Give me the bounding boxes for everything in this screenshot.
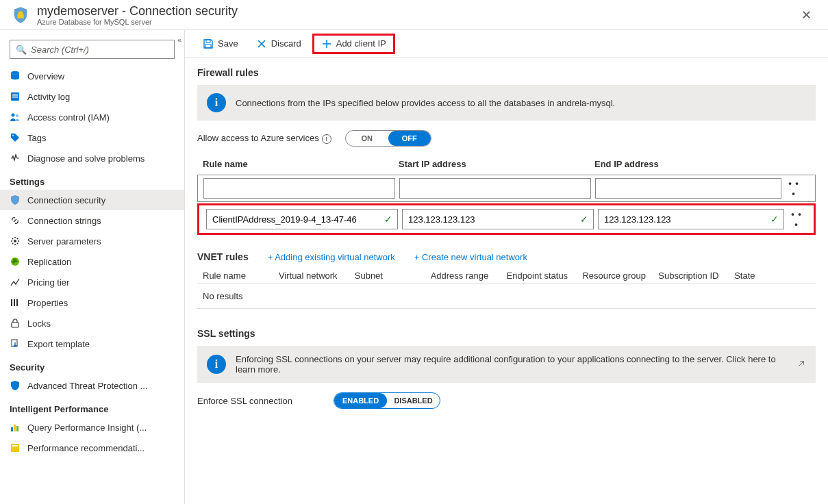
nav-diagnose[interactable]: Diagnose and solve problems xyxy=(0,148,184,168)
gear-icon xyxy=(10,236,21,247)
nav-activity-log[interactable]: Activity log xyxy=(0,86,184,107)
rule-name-input-2[interactable] xyxy=(206,209,398,229)
nav-section-settings: Settings xyxy=(0,168,184,190)
svg-rect-9 xyxy=(11,299,12,306)
close-button[interactable]: ✕ xyxy=(796,5,817,25)
svg-rect-17 xyxy=(11,444,19,452)
nav-export-template[interactable]: Export template xyxy=(0,333,184,354)
vnet-add-existing-link[interactable]: + Adding existing virtual network xyxy=(268,252,395,262)
nav-locks[interactable]: Locks xyxy=(0,313,184,333)
info-icon: i xyxy=(207,93,226,112)
log-icon xyxy=(10,91,21,102)
link-icon xyxy=(10,215,21,226)
ssl-learn-more-icon[interactable] xyxy=(796,359,806,370)
row-more-1[interactable]: • • • xyxy=(786,178,802,199)
properties-icon xyxy=(10,297,21,308)
azure-access-label: Allow access to Azure services xyxy=(197,133,319,143)
search-icon: 🔍 xyxy=(16,45,27,55)
firewall-heading: Firewall rules xyxy=(197,67,816,78)
ssl-enabled[interactable]: ENABLED xyxy=(334,393,387,408)
nav-tags[interactable]: Tags xyxy=(0,127,184,148)
nav-pricing-tier[interactable]: Pricing tier xyxy=(0,272,184,292)
end-ip-input-1[interactable] xyxy=(595,178,781,199)
svg-rect-15 xyxy=(14,425,16,431)
end-ip-input-2[interactable] xyxy=(598,209,784,229)
svg-rect-16 xyxy=(16,426,18,431)
firewall-info-text: Connections from the IPs specified below… xyxy=(236,98,615,108)
chart-icon xyxy=(10,422,21,433)
export-icon xyxy=(10,338,21,349)
database-icon xyxy=(10,71,21,81)
add-client-ip-button[interactable]: Add client IP xyxy=(312,34,395,54)
page-title: mydemoserver - Connection security xyxy=(37,4,238,18)
firewall-row-client: • • • xyxy=(202,207,811,231)
blade-header: mydemoserver - Connection security Azure… xyxy=(0,0,828,30)
col-rule-name: Rule name xyxy=(203,159,399,169)
ssl-toggle[interactable]: ENABLED DISABLED xyxy=(334,392,440,409)
svg-rect-2 xyxy=(12,94,18,96)
toolbar: Save Discard Add client IP xyxy=(185,30,828,58)
main-content: Save Discard Add client IP Firewall rule… xyxy=(185,30,828,504)
row-more-2[interactable]: • • • xyxy=(788,209,805,229)
people-icon xyxy=(10,112,21,123)
nav-server-parameters[interactable]: Server parameters xyxy=(0,231,184,251)
rule-name-input-1[interactable] xyxy=(203,178,395,199)
lock-icon xyxy=(10,318,21,329)
collapse-sidebar-button[interactable]: « xyxy=(177,36,181,44)
svg-point-5 xyxy=(16,114,18,117)
svg-rect-3 xyxy=(12,97,18,98)
svg-rect-10 xyxy=(14,299,15,306)
nav-overview[interactable]: Overview xyxy=(0,66,184,86)
nav-advanced-threat[interactable]: Advanced Threat Protection ... xyxy=(0,375,184,396)
vnet-no-results: No results xyxy=(197,284,816,309)
ssl-info-bar: i Enforcing SSL connections on your serv… xyxy=(197,346,816,383)
toggle-on[interactable]: ON xyxy=(346,131,388,146)
ssl-enforce-label: Enforce SSL connection xyxy=(197,396,292,406)
svg-point-4 xyxy=(12,114,15,117)
svg-point-6 xyxy=(12,135,14,136)
shield-small-icon xyxy=(10,194,21,205)
col-start-ip: Start IP address xyxy=(399,159,594,169)
nav-connection-strings[interactable]: Connection strings xyxy=(0,210,184,231)
svg-rect-11 xyxy=(16,299,18,306)
start-ip-input-1[interactable] xyxy=(399,178,591,199)
nav-section-security: Security xyxy=(0,354,184,375)
help-icon[interactable]: i xyxy=(322,134,331,144)
svg-point-7 xyxy=(14,240,16,242)
nav-replication[interactable]: Replication xyxy=(0,251,184,272)
search-placeholder: Search (Ctrl+/) xyxy=(31,45,89,55)
search-input[interactable]: 🔍 Search (Ctrl+/) xyxy=(10,40,175,59)
ssl-disabled[interactable]: DISABLED xyxy=(387,393,440,408)
save-icon xyxy=(203,38,214,49)
svg-point-0 xyxy=(11,71,19,74)
discard-button[interactable]: Discard xyxy=(249,36,308,52)
nav-query-perf[interactable]: Query Performance Insight (... xyxy=(0,417,184,438)
svg-rect-20 xyxy=(205,45,211,48)
globe-icon xyxy=(10,256,21,267)
azure-access-toggle[interactable]: ON OFF xyxy=(345,130,431,147)
nav-connection-security[interactable]: Connection security xyxy=(0,190,184,210)
svg-rect-14 xyxy=(11,427,13,431)
page-subtitle: Azure Database for MySQL server xyxy=(37,18,238,26)
svg-rect-12 xyxy=(12,323,18,327)
recommend-icon xyxy=(10,442,21,453)
firewall-row-empty: • • • xyxy=(199,177,814,200)
nav-perf-recommend[interactable]: Performance recommendati... xyxy=(0,438,184,458)
save-button[interactable]: Save xyxy=(196,36,245,52)
shield-icon xyxy=(11,5,30,25)
nav-access-control[interactable]: Access control (IAM) xyxy=(0,107,184,127)
toggle-off[interactable]: OFF xyxy=(388,131,431,146)
vnet-columns: Rule name Virtual network Subnet Address… xyxy=(197,268,816,284)
svg-rect-18 xyxy=(12,445,18,446)
tag-icon xyxy=(10,132,21,143)
discard-icon xyxy=(256,38,267,49)
shield-blue-icon xyxy=(10,380,21,391)
diagnose-icon xyxy=(10,153,21,164)
nav-properties[interactable]: Properties xyxy=(0,292,184,313)
info-icon: i xyxy=(207,355,226,374)
vnet-create-new-link[interactable]: + Create new virtual network xyxy=(414,252,527,262)
sidebar: « 🔍 Search (Ctrl+/) Overview Activity lo… xyxy=(0,30,185,504)
vnet-heading: VNET rules xyxy=(197,251,249,262)
start-ip-input-2[interactable] xyxy=(402,209,594,229)
nav-section-intel: Intelligent Performance xyxy=(0,396,184,417)
